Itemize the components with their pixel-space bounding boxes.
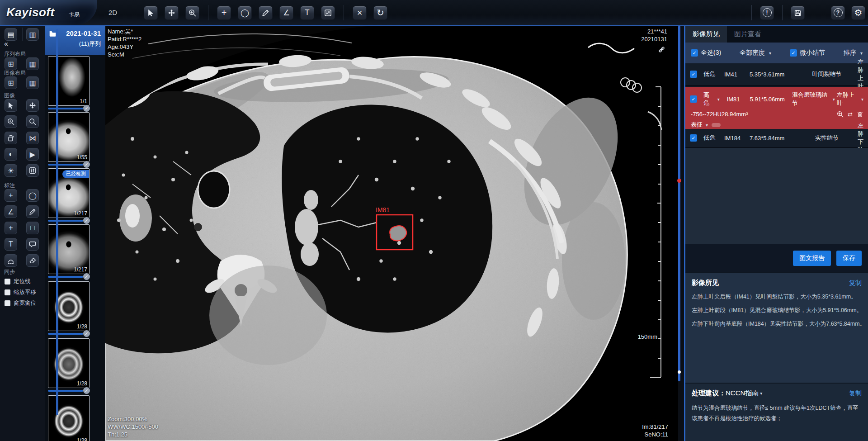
series-grid-2x2-button[interactable]: ⊞ xyxy=(5,57,17,70)
pan-icon xyxy=(168,9,175,17)
brightness-tool-button[interactable]: ☀ xyxy=(5,164,17,177)
report-button[interactable]: 图文报告 xyxy=(793,251,831,266)
help-icon: ? xyxy=(834,8,843,17)
probe-tool-button[interactable]: + xyxy=(217,6,231,20)
zoom-to-nodule-icon[interactable] xyxy=(837,111,844,118)
compare-icon[interactable]: ⇄ xyxy=(848,111,853,118)
nodule-lobe-dropdown[interactable]: 左肺上叶 xyxy=(837,91,858,107)
tab-image-view[interactable]: 图片查看 xyxy=(727,26,769,43)
zoom-in-tool-button[interactable] xyxy=(5,115,17,128)
rectangle-annotation-button[interactable]: □ xyxy=(26,222,39,234)
ellipse-annotation-button[interactable]: ◯ xyxy=(26,189,39,202)
nodule-row-im81-selected[interactable]: ✓ 高危 ▾ IM81 5.91*5.06mm 混合磨玻璃结节 ▾ 左肺上叶 ▾… xyxy=(685,87,868,129)
thumb-progress-bar xyxy=(48,276,83,278)
series-panel-button[interactable]: ▤ xyxy=(5,28,17,41)
ellipse-tool-button[interactable]: ◯ xyxy=(238,6,252,20)
eraser-annotation-button[interactable] xyxy=(26,254,39,267)
micro-nodule-checkbox[interactable]: ✓ xyxy=(790,49,797,57)
sync-zoom-pan-row[interactable]: 缩放平移 xyxy=(0,289,50,296)
pan-tool-button[interactable] xyxy=(26,99,39,112)
magnify-tool-button[interactable] xyxy=(26,115,39,128)
window-level-tool-button[interactable] xyxy=(321,6,335,20)
guideline-dropdown[interactable]: NCCN指南 xyxy=(726,389,759,398)
series-thumbnail-2[interactable]: 1/55 xyxy=(48,112,90,162)
text-annotation-button[interactable]: T xyxy=(5,238,17,251)
zoom-tool-button[interactable] xyxy=(185,6,199,20)
nodule-position-marker[interactable] xyxy=(677,179,681,183)
scroll-thumb-marker[interactable] xyxy=(678,370,681,374)
nodule-type: 实性结节 xyxy=(800,134,854,142)
pan-tool-button[interactable] xyxy=(165,6,179,20)
angle-annotation-button[interactable]: ∠ xyxy=(5,205,17,218)
flip-tool-button[interactable]: ⋈ xyxy=(26,132,39,144)
nodule-row-im184[interactable]: ✓ 低危 IM184 7.63*5.84mm 实性结节 左肺下叶 xyxy=(685,129,868,148)
cursor-tool-button[interactable] xyxy=(144,6,158,20)
study-date-header[interactable]: 2021-01-31 (11)序列 xyxy=(45,26,105,55)
series-thumbnail-4[interactable]: 1/217 xyxy=(48,224,90,274)
thumb-progress-bar xyxy=(48,220,83,222)
alert-button[interactable]: ! xyxy=(760,6,774,20)
select-all-label[interactable]: 全选(3) xyxy=(701,49,721,57)
window-level-tool-button[interactable] xyxy=(26,164,39,177)
save-button[interactable]: 保存 xyxy=(836,251,862,266)
risk-level-dropdown[interactable]: 高危 xyxy=(703,91,714,107)
feature-dropdown[interactable]: 表征 xyxy=(691,121,703,129)
series-thumbnail-5[interactable]: 1/28 xyxy=(48,281,90,331)
section-label-sync: 同步 xyxy=(0,268,49,276)
slice-scrollbar[interactable] xyxy=(678,26,680,381)
save-image-button[interactable] xyxy=(791,6,805,20)
checkbox-unchecked[interactable] xyxy=(5,289,10,295)
tab-findings[interactable]: 影像所见 xyxy=(685,26,727,43)
series-thumbnail-6[interactable]: 1/28 xyxy=(48,338,90,388)
nodule-checkbox[interactable]: ✓ xyxy=(690,71,697,78)
pencil-annotation-button[interactable] xyxy=(26,205,39,218)
plus-annotation-button[interactable]: + xyxy=(5,222,17,234)
measure-tool-button[interactable] xyxy=(259,6,273,20)
series-scrollbar[interactable] xyxy=(56,29,58,415)
series-thumbnail-7[interactable]: 1/28 xyxy=(48,395,90,441)
delete-annotation-button[interactable]: × xyxy=(353,6,367,20)
nodule-checkbox[interactable]: ✓ xyxy=(690,95,697,103)
checkbox-unchecked[interactable] xyxy=(5,279,10,285)
trash-icon[interactable] xyxy=(857,111,863,118)
copy-findings-link[interactable]: 复制 xyxy=(849,279,862,287)
nodule-lobe: 左肺上叶 xyxy=(855,58,863,90)
rotate-tool-button[interactable] xyxy=(5,132,17,144)
image-grid-2x2-button[interactable]: ⊞ xyxy=(5,76,17,89)
ct-viewport[interactable]: IM81 Name:吴* Patid:R*****2 Age:043Y Sex:… xyxy=(105,26,678,441)
invert-tool-button[interactable]: ◐ xyxy=(5,148,17,161)
angle-tool-button[interactable]: ∠ xyxy=(279,6,293,20)
filter-bar: ✓ 全选(3) 全部密度 ▾ ✓ 微小结节 排序 ▾ xyxy=(685,43,868,63)
text-tool-button[interactable]: T xyxy=(300,6,314,20)
series-thumbnail-1[interactable]: 1/1 xyxy=(48,56,90,106)
play-icon: ▶ xyxy=(30,150,35,159)
reset-view-button[interactable]: ↻ xyxy=(373,6,387,20)
comment-annotation-button[interactable] xyxy=(26,238,39,251)
nodule-row-im41[interactable]: ✓ 低危 IM41 5.35*3.61mm 叶间裂结节 左肺上叶 xyxy=(685,63,868,86)
nodule-checkbox[interactable]: ✓ xyxy=(690,134,697,142)
settings-button[interactable]: ⚙ xyxy=(851,6,865,20)
image-grid-3x3-button[interactable]: ▦ xyxy=(26,76,39,89)
sync-window-row[interactable]: 窗宽窗位 xyxy=(0,299,50,307)
series-thumbnail-3[interactable]: 已经检测 1/217 xyxy=(48,168,90,218)
density-filter-dropdown[interactable]: 全部密度 xyxy=(740,49,765,57)
sync-localizer-row[interactable]: 定位线 xyxy=(0,278,50,285)
findings-title: 影像所见 xyxy=(692,279,719,287)
cine-play-button[interactable]: ▶ xyxy=(26,148,39,161)
cursor-tool-button[interactable] xyxy=(5,99,17,112)
help-button[interactable]: ? xyxy=(831,6,845,20)
checkbox-unchecked[interactable] xyxy=(5,300,10,306)
select-all-checkbox[interactable]: ✓ xyxy=(691,49,698,57)
crosshair-annotation-button[interactable]: + xyxy=(5,189,17,202)
collapse-sidebar-button[interactable]: « xyxy=(0,40,49,48)
curve-annotation-button[interactable] xyxy=(5,254,17,267)
copy-suggestion-link[interactable]: 复制 xyxy=(849,389,862,398)
sort-dropdown[interactable]: 排序 xyxy=(844,49,856,57)
series-grid-3x3-button[interactable]: ▦ xyxy=(26,57,39,70)
cursor-icon xyxy=(7,102,14,109)
feature-toggle[interactable] xyxy=(712,123,721,127)
nodule-type-dropdown[interactable]: 混合磨玻璃结节 xyxy=(792,91,830,107)
micro-nodule-label[interactable]: 微小结节 xyxy=(800,49,825,57)
layout-panel-button[interactable]: ▥ xyxy=(26,28,39,41)
link-icon[interactable] xyxy=(658,46,665,53)
